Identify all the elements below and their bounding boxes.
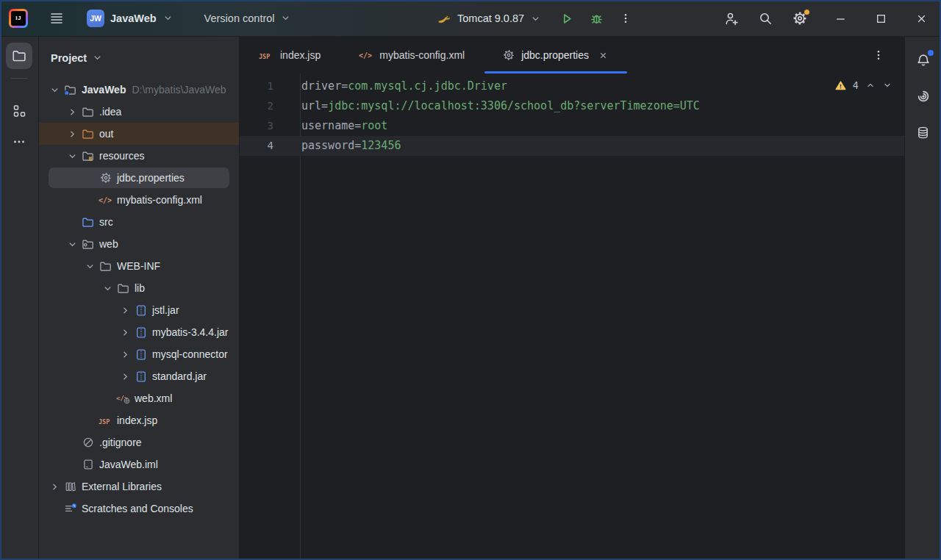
tree-row-src[interactable]: src [39,211,239,233]
code-line-1[interactable]: 1driver=com.mysql.cj.jdbc.Driver [240,76,904,96]
tree-row-idea[interactable]: .idea [39,101,239,123]
chevron-right-icon[interactable] [117,349,133,360]
jar-file-icon [133,348,149,361]
tree-row-web-xml[interactable]: </>web.xml [39,387,239,409]
chevron-down-icon[interactable] [82,261,98,272]
tree-row-jdbc-properties[interactable]: jdbc.properties [39,167,239,189]
settings-button[interactable] [787,6,812,31]
more-kebab-icon [620,12,631,24]
tree-item-label: mybatis-config.xml [117,194,202,206]
tree-row-gitignore[interactable]: .gitignore [39,431,239,453]
tree-item-label: lib [135,282,145,294]
tab-mybatis-config-xml[interactable]: </>mybatis-config.xml [340,37,484,73]
add-user-button[interactable] [718,6,743,31]
run-button[interactable] [554,6,579,31]
notification-badge-dot [928,50,934,56]
webxml-file-icon: </> [115,393,131,404]
tab-label: index.jsp [280,49,321,61]
xml-file-icon: </> [359,50,373,60]
minimize-button[interactable] [828,6,853,31]
tree-row-mybatis-config-xml[interactable]: </>mybatis-config.xml [39,189,239,211]
folder-resources-icon [80,150,96,162]
jsp-file-icon: JSP [98,416,113,426]
project-folder-toolwindow-button[interactable] [6,43,32,69]
tree-row-javaweb[interactable]: JavaWebD:\mybatis\JavaWeb [39,79,239,101]
tab-options-button[interactable] [866,43,891,68]
gear-file-icon [503,49,515,61]
tree-row-scratches-and-consoles[interactable]: Scratches and Consoles [39,498,239,520]
tree-row-web[interactable]: web [39,233,239,255]
database-icon [916,126,930,140]
editor[interactable]: 4 1driver=com.mysql.cj.jdbc.Driver2url=j… [240,73,904,560]
editor-area: JSPindex.jsp</>mybatis-config.xmljdbc.pr… [240,37,904,560]
debug-button[interactable] [584,6,609,31]
tree-item-label: index.jsp [117,414,157,426]
maximize-button[interactable] [868,6,893,31]
tree-item-label: .idea [99,106,121,118]
vcs-widget[interactable]: Version control [197,6,298,31]
previous-problem-chevron-up-icon[interactable] [865,80,876,90]
folder-icon [80,106,96,118]
chevron-right-icon[interactable] [64,129,80,140]
chevron-right-icon[interactable] [117,327,133,338]
folder-web-icon [80,238,96,251]
tree-row-lib[interactable]: lib [39,277,239,299]
code-line-4[interactable]: 4password=123456 [240,136,904,156]
close-tab-icon[interactable] [598,50,609,61]
tree-row-standard-jar[interactable]: standard.jar [39,365,239,387]
tree-row-mysql-connector[interactable]: mysql-connector [39,343,239,365]
project-switcher[interactable]: JW JavaWeb [81,6,179,31]
tree-item-label: JavaWeb.iml [99,459,158,470]
tab-index-jsp[interactable]: JSPindex.jsp [240,37,340,73]
code-line-3[interactable]: 3username=root [240,116,904,136]
tree-row-resources[interactable]: resources [39,145,239,167]
chevron-down-icon[interactable] [64,151,80,162]
tab-jdbc-properties[interactable]: jdbc.properties [484,37,628,73]
chevron-right-icon[interactable] [117,305,133,316]
folder-icon [98,260,113,273]
tree-row-mybatis-3-4-4-jar[interactable]: mybatis-3.4.4.jar [39,321,239,343]
more-toolwindow-button[interactable] [6,129,32,155]
project-tree: JavaWebD:\mybatis\JavaWeb.ideaoutresourc… [39,79,239,560]
run-config-label: Tomcat 9.0.87 [457,12,524,24]
structure-toolwindow-button[interactable] [6,98,32,124]
next-problem-chevron-down-icon[interactable] [882,80,892,90]
tree-item-label: web [99,238,118,250]
project-folder-icon [12,49,26,63]
chevron-down-icon[interactable] [64,239,80,250]
chevron-down-icon[interactable] [99,283,115,294]
tree-item-label: Scratches and Consoles [82,503,193,514]
close-button[interactable] [909,6,934,31]
line-number: 3 [240,116,273,136]
folder-src-icon [80,216,96,229]
chevron-right-icon[interactable] [64,107,80,118]
tree-row-web-inf[interactable]: WEB-INF [39,255,239,277]
chevron-down-icon[interactable] [46,85,62,96]
equals-sign: = [354,119,361,132]
titlebar: IJ JW JavaWeb Version control [0,0,941,37]
ai-assistant-button[interactable] [910,83,937,110]
xml-file-icon: </> [98,195,113,205]
more-run-options-button[interactable] [613,6,638,31]
notifications-bell-button[interactable] [910,47,937,73]
inspections-widget[interactable]: 4 [835,79,892,91]
chevron-right-icon[interactable] [117,371,133,382]
tree-row-external-libraries[interactable]: External Libraries [39,475,239,498]
add-user-icon [723,11,739,26]
run-configuration-selector[interactable]: Tomcat 9.0.87 [431,6,547,31]
folder-icon [115,282,131,295]
folder-orange-icon [80,128,96,140]
database-button[interactable] [910,119,937,146]
tree-row-index-jsp[interactable]: JSPindex.jsp [39,409,239,431]
chevron-down-icon[interactable] [92,52,103,63]
property-value: root [361,119,387,132]
chevron-down-icon [162,12,173,24]
project-toolwindow: Project JavaWebD:\mybatis\JavaWeb.ideaou… [39,37,240,560]
main-menu-button[interactable] [44,6,69,31]
search-button[interactable] [753,6,778,31]
chevron-right-icon[interactable] [46,481,62,492]
tree-row-out[interactable]: out [39,123,239,145]
tree-row-javaweb-iml[interactable]: JavaWeb.iml [39,453,239,475]
tree-row-jstl-jar[interactable]: jstl.jar [39,299,239,321]
code-line-2[interactable]: 2url=jdbc:mysql://localhost:3306/school_… [240,96,904,116]
